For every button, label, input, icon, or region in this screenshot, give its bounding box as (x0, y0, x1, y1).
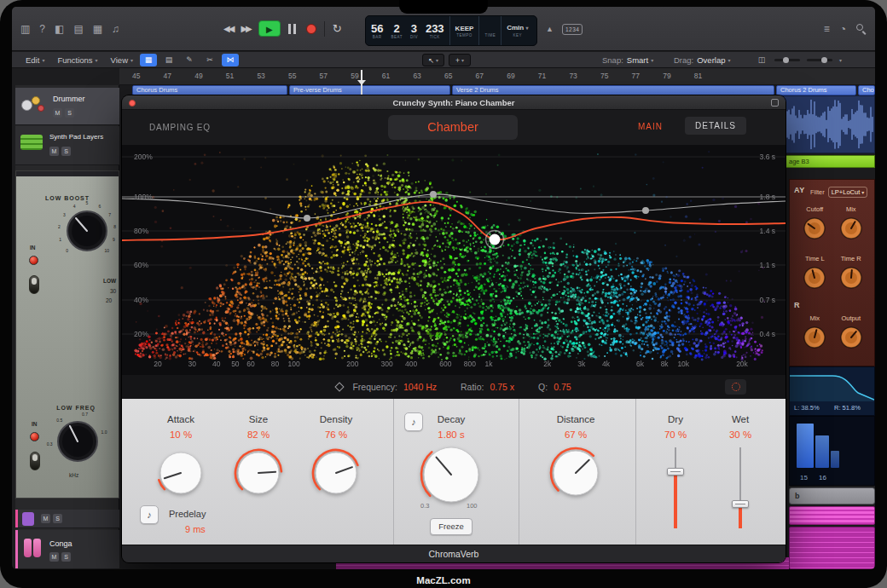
audio-region-waveform[interactable] (776, 95, 875, 153)
region-verse2-drums[interactable]: Verse 2 Drums (452, 85, 774, 95)
region-chorus-cut[interactable]: Chor (858, 85, 875, 95)
pencil-tool-icon[interactable]: ✎ (181, 54, 198, 66)
predelay-value[interactable]: 9 ms (185, 524, 206, 534)
count-in-button[interactable]: 1234 (562, 24, 583, 35)
dry-slider-thumb[interactable] (667, 468, 684, 476)
track-name[interactable]: Conga (49, 539, 72, 548)
mix-knob[interactable] (838, 216, 864, 241)
solo-button[interactable]: S (65, 108, 74, 118)
list-view-icon[interactable]: ▤ (160, 54, 177, 66)
vertical-zoom-slider[interactable] (807, 59, 832, 61)
output-knob[interactable] (838, 325, 864, 350)
track-row-conga[interactable]: Conga M S (15, 530, 119, 569)
lcd-display[interactable]: 56BAR 2BEAT 3DIV 233TICK KEEPTEMPO TIME … (365, 15, 537, 46)
forward-button[interactable]: ▶▶ (241, 24, 250, 33)
mix-out-knob[interactable] (802, 325, 827, 350)
editors-icon[interactable]: ♫ (112, 20, 119, 37)
rewind-button[interactable]: ◀◀ (223, 24, 233, 33)
drag-select[interactable]: Overlap▾ (697, 55, 730, 65)
wet-slider[interactable] (732, 447, 749, 528)
clock-icon[interactable]: ◔ (840, 20, 846, 37)
mute-button[interactable]: M (49, 552, 59, 562)
command-click-tool-menu[interactable]: +▾ (449, 54, 471, 66)
size-value[interactable]: 82 % (220, 429, 297, 440)
midi-region-pink-striped[interactable] (789, 527, 875, 569)
solo-button[interactable]: S (61, 552, 71, 562)
reverb-visualizer[interactable]: 200%100%80%60%40%20%3.6 s1.8 s1.4 s1.1 s… (122, 145, 786, 375)
distance-value[interactable]: 67 % (537, 429, 614, 440)
cycle-button[interactable]: ↻ (333, 22, 342, 35)
in-led-button[interactable] (30, 432, 39, 441)
track-name[interactable]: Synth Pad Layers (49, 133, 103, 141)
freq-toggle-switch[interactable] (30, 452, 40, 470)
low-boost-knob[interactable]: 012345678910 (53, 197, 119, 265)
time-l-knob[interactable] (802, 265, 827, 291)
tab-details[interactable]: DETAILS (685, 117, 746, 135)
lcd-time-section[interactable]: TIME (479, 16, 501, 45)
wet-value[interactable]: 30 % (702, 429, 779, 440)
search-icon[interactable] (856, 24, 867, 34)
low-freq-knob[interactable]: 0.30.50.71.0 (43, 407, 112, 476)
track-row-drummer[interactable]: Drummer M S (15, 88, 119, 125)
preset-button[interactable]: Chamber (388, 115, 518, 140)
lcd-key-section[interactable]: Cmin ▾KEY (501, 16, 533, 45)
solo-button[interactable]: S (53, 514, 62, 523)
view-menu[interactable]: View▾ (111, 55, 133, 65)
timeline-ruler[interactable]: 45474951535557596163656769717375777981 (119, 68, 875, 85)
mute-button[interactable]: M (53, 108, 62, 118)
midi-region-pink[interactable] (789, 506, 875, 525)
solo-button[interactable]: S (61, 147, 71, 156)
decay-knob[interactable] (420, 443, 483, 510)
attack-knob[interactable] (156, 448, 206, 501)
plugin-titlebar[interactable]: Crunchy Synth: Piano Chamber (122, 95, 786, 110)
quick-help-icon[interactable]: ? (39, 20, 45, 37)
play-button[interactable]: ▶ (258, 20, 281, 37)
size-knob[interactable] (234, 448, 283, 501)
zoom-presets-chevron[interactable]: ▾ (839, 57, 842, 63)
metronome-icon[interactable]: ▲ (546, 20, 554, 37)
region-gray[interactable]: b (789, 487, 875, 504)
record-button[interactable] (306, 24, 316, 34)
lcd-tempo-section[interactable]: KEEPTEMPO (450, 16, 480, 45)
wet-slider-thumb[interactable] (732, 500, 749, 508)
functions-menu[interactable]: Functions▾ (57, 55, 97, 65)
region-chorus-drums[interactable]: Chorus Drums (132, 85, 287, 95)
waveform-zoom-icon[interactable]: ◫ (756, 54, 768, 66)
attack-value[interactable]: 10 % (142, 429, 219, 440)
in-led-button[interactable] (29, 256, 38, 265)
mute-button[interactable]: M (49, 147, 59, 156)
list-icon[interactable]: ≡ (824, 20, 830, 37)
predelay-sync-button[interactable]: ♪ (140, 505, 159, 524)
region-preverse-drums[interactable]: Pre-verse Drums (289, 85, 450, 95)
damping-eq-label[interactable]: DAMPING EQ (149, 123, 211, 132)
smart-controls-icon[interactable]: ▤ (73, 20, 83, 37)
decay-value[interactable]: 1.80 s (413, 429, 490, 440)
grid-view-icon[interactable]: ▦ (140, 54, 157, 66)
track-row-synth-pad[interactable]: Synth Pad Layers M S (15, 126, 119, 165)
browser-icon[interactable]: ▥ (20, 20, 30, 37)
particle-burst-toggle[interactable] (725, 379, 746, 395)
track-name[interactable]: Drummer (53, 95, 85, 103)
distance-knob[interactable] (549, 447, 602, 503)
filter-mode-select[interactable]: LP+LoCut▾ (828, 187, 868, 198)
snap-select[interactable]: Smart▾ (627, 55, 653, 65)
crossfade-tool-icon[interactable]: ⋈ (222, 54, 239, 66)
density-value[interactable]: 76 % (298, 429, 374, 440)
cutoff-knob[interactable] (802, 216, 827, 241)
freeze-button[interactable]: Freeze (430, 518, 472, 535)
mute-button[interactable]: M (41, 514, 50, 523)
playhead[interactable] (361, 70, 362, 95)
edit-menu[interactable]: Edit▾ (26, 55, 44, 65)
filter-curve-display[interactable]: L: 38.5% R: 51.8% (789, 366, 875, 416)
link-icon[interactable] (771, 99, 779, 107)
particle-cloud-canvas[interactable] (122, 145, 786, 375)
mixer-icon[interactable]: ▦ (93, 20, 102, 37)
frequency-value[interactable]: 1040 Hz (403, 382, 437, 392)
q-value[interactable]: 0.75 (554, 382, 571, 392)
region-vintage-b3[interactable]: age B3 (776, 155, 875, 168)
scissors-tool-icon[interactable]: ✂ (201, 54, 218, 66)
tab-main[interactable]: MAIN (638, 122, 663, 131)
plugin-panel-header[interactable] (16, 171, 119, 176)
boost-toggle-switch[interactable] (29, 275, 39, 294)
density-knob[interactable] (311, 448, 361, 501)
